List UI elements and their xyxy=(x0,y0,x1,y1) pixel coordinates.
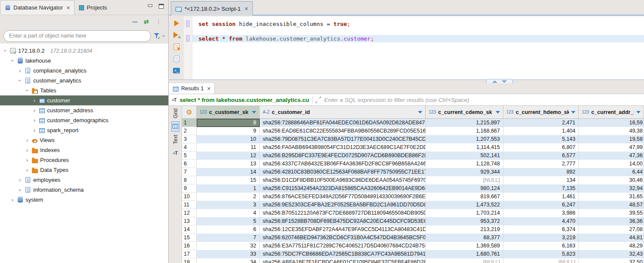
row-number[interactable]: 3 xyxy=(182,135,197,143)
cell-c-customer-sk[interactable]: 14 xyxy=(197,168,260,176)
cell-c-customer-id[interactable]: sha256:E3A77511F81C7289C76C4065217D5D406… xyxy=(260,242,426,250)
chevron-icon[interactable] xyxy=(25,88,30,93)
cell-c-customer-sk[interactable]: 15 xyxy=(197,176,260,184)
table-row[interactable]: 16 32 sha256:E3A77511F81C7289C76C4065217… xyxy=(182,242,644,250)
column-menu-icon[interactable] xyxy=(636,111,641,114)
table-row[interactable]: 3 10 sha256:79D08751C3EA7C83BA57D177E004… xyxy=(182,135,644,143)
table-row[interactable]: 13 5 sha256:8F1528BB708DF69EB475DC92A8C2… xyxy=(182,217,644,225)
tree-item[interactable]: lakehouse xyxy=(0,56,168,66)
cell-c-current-addr-sk[interactable]: 44,81 xyxy=(579,234,644,242)
text-presentation-button[interactable] xyxy=(172,147,179,158)
tree-item[interactable]: system xyxy=(0,195,168,205)
cell-c-current-cdemo-sk[interactable]: 1,128,748 xyxy=(426,160,503,168)
search-input[interactable] xyxy=(3,30,151,42)
cell-c-current-addr-sk[interactable]: 14,00 xyxy=(579,160,644,168)
tree-item[interactable]: customer xyxy=(0,95,168,105)
table-row[interactable]: 18 34 sha256:ABFA16E7F1FCBDCA6F01CF1095D… xyxy=(182,258,644,263)
column-menu-icon[interactable] xyxy=(496,111,500,114)
cell-c-current-cdemo-sk[interactable]: 213,219 xyxy=(426,225,503,234)
cell-c-current-addr-sk[interactable]: 48,57 xyxy=(579,201,644,209)
cell-c-current-cdemo-sk[interactable]: [NULL] xyxy=(426,258,503,263)
row-number[interactable]: 16 xyxy=(182,242,197,250)
code-line-2[interactable] xyxy=(192,28,644,35)
cell-c-current-cdemo-sk[interactable]: 929,344 xyxy=(426,168,503,176)
row-number[interactable]: 12 xyxy=(182,209,197,217)
cell-c-customer-sk[interactable]: 5 xyxy=(197,217,260,225)
cell-c-customer-sk[interactable]: 33 xyxy=(197,250,260,258)
chevron-icon[interactable] xyxy=(25,167,30,173)
cell-c-current-addr-sk[interactable]: 47,36 xyxy=(579,152,644,160)
cell-c-current-addr-sk[interactable]: 31,65 xyxy=(579,193,644,201)
column-header-c-current-addr-sk[interactable]: 123 c_current_addr_sk xyxy=(579,106,644,118)
chevron-icon[interactable] xyxy=(10,197,15,203)
row-number[interactable]: 8 xyxy=(182,176,197,184)
minimize-icon[interactable] xyxy=(148,4,153,9)
cell-c-current-addr-sk[interactable]: 16,59 xyxy=(579,119,644,127)
table-row[interactable]: 9 1 sha256:C9115342454A2323DA815865CAA32… xyxy=(182,184,644,193)
column-header-c-customer-sk[interactable]: 123 c_customer_sk xyxy=(197,106,260,118)
collapse-all-icon[interactable] xyxy=(132,19,137,25)
table-row[interactable]: 4 11 sha256:FA0ABB6943B98054FC31D12D3E3A… xyxy=(182,143,644,152)
cell-c-current-cdemo-sk[interactable]: 1,168,667 xyxy=(426,127,503,135)
row-number[interactable]: 11 xyxy=(182,201,197,209)
cell-c-customer-sk[interactable]: 2 xyxy=(197,193,260,201)
table-row[interactable]: 11 3 sha256:9E52303CE4FBA2E2F0525E8A5BFB… xyxy=(182,201,644,209)
column-menu-icon[interactable] xyxy=(252,111,256,114)
cell-c-customer-id[interactable]: sha256:42810C83B0360CE125634F068BAF8FF75… xyxy=(260,168,426,176)
tree-item[interactable]: spark_report xyxy=(0,125,168,135)
view-menu-icon[interactable] xyxy=(156,19,161,25)
cell-c-current-hdemo-sk[interactable]: 3,219 xyxy=(503,234,579,242)
chevron-icon[interactable] xyxy=(32,127,37,133)
cell-c-current-cdemo-sk[interactable]: 1,114,415 xyxy=(426,143,503,152)
chevron-down-icon[interactable] xyxy=(163,33,165,39)
grid-presentation-label[interactable]: Grid xyxy=(173,108,179,118)
filter-icon[interactable] xyxy=(154,33,160,39)
cell-c-current-cdemo-sk[interactable]: 502,141 xyxy=(426,152,503,160)
cell-c-customer-id[interactable]: sha256:D1CDF8DBB10F500EA9693C86DE6DEAA05… xyxy=(260,176,426,184)
cell-c-current-cdemo-sk[interactable]: 1,703,214 xyxy=(426,209,503,217)
tree-item[interactable]: Views xyxy=(0,135,168,145)
chevron-icon[interactable] xyxy=(17,68,22,73)
row-number[interactable]: 1 xyxy=(182,119,197,127)
cell-c-current-hdemo-sk[interactable]: 4,470 xyxy=(503,217,579,225)
tree-item[interactable]: Indexes xyxy=(0,145,168,155)
cell-c-customer-id[interactable]: sha256:4337C7AB6432E3B06FF4A3636FD2F8CC8… xyxy=(260,160,426,168)
close-icon[interactable] xyxy=(207,85,210,92)
cell-c-current-cdemo-sk[interactable]: [NULL] xyxy=(426,176,503,184)
cell-c-customer-id[interactable]: sha256:876ACE5EFED349A2D56F77D5084891433… xyxy=(260,193,426,201)
grid-presentation-button[interactable] xyxy=(171,121,179,132)
table-row[interactable]: 17 33 sha256:75DC7FCB6686EDA72565C1B838C… xyxy=(182,250,644,258)
tree-item[interactable]: customer_address xyxy=(0,105,168,115)
cell-c-current-hdemo-sk[interactable]: [NULL] xyxy=(503,258,579,263)
tree-item[interactable]: customer_demographics xyxy=(0,115,168,125)
execute-statement-icon[interactable] xyxy=(174,20,179,26)
sql-console-icon[interactable] xyxy=(173,68,180,73)
cell-c-customer-sk[interactable]: 4 xyxy=(197,209,260,217)
close-icon[interactable] xyxy=(66,4,70,11)
cell-c-current-hdemo-sk[interactable]: 6,163 xyxy=(503,242,579,250)
cell-c-current-cdemo-sk[interactable]: 819,667 xyxy=(426,193,503,201)
cell-c-current-hdemo-sk[interactable]: 6,577 xyxy=(503,152,579,160)
results-filter-bar[interactable]: select * from lakehouse.customer_analyti… xyxy=(169,94,644,106)
cell-c-current-hdemo-sk[interactable]: 6,247 xyxy=(503,201,579,209)
tree-item[interactable]: 172.18.0.2 172.18.0.2:31604 xyxy=(0,46,168,56)
tab-database-navigator[interactable]: Database Navigator xyxy=(0,0,75,15)
select-all-corner[interactable] xyxy=(182,106,197,118)
chevron-icon[interactable] xyxy=(10,58,15,63)
cell-c-current-addr-sk[interactable]: 30,46 xyxy=(579,176,644,184)
table-row[interactable]: 12 4 sha256:B705122120A673FC7DE6889727DB… xyxy=(182,209,644,217)
cell-c-customer-sk[interactable]: 9 xyxy=(197,127,260,135)
cell-c-customer-id[interactable]: sha256:79D08751C3EA7C83BA57D177E00413D0C… xyxy=(260,135,426,143)
cell-c-customer-sk[interactable]: 1 xyxy=(197,184,260,193)
table-row[interactable]: 5 12 sha256:B295D8FC337E9E4FECD0725D907A… xyxy=(182,152,644,160)
cell-c-customer-sk[interactable]: 11 xyxy=(197,143,260,152)
row-number[interactable]: 7 xyxy=(182,168,197,176)
cell-c-customer-id[interactable]: sha256:FA0ABB6943B98054FC31D12D3E3AEC689… xyxy=(260,143,426,152)
expand-panel-icon[interactable] xyxy=(316,97,321,103)
table-row[interactable]: 10 2 sha256:876ACE5EFED349A2D56F77D50848… xyxy=(182,193,644,201)
cell-c-current-addr-sk[interactable]: 6,44 xyxy=(579,168,644,176)
cell-c-current-hdemo-sk[interactable]: 134 xyxy=(503,176,579,184)
cell-c-customer-id[interactable]: sha256:72888646ABF61FA044EDEC061D6DA5A09… xyxy=(260,119,426,127)
table-row[interactable]: 14 6 sha256:12CE35EFDABF272A4A47E9FA9CC5… xyxy=(182,225,644,234)
link-with-editor-icon[interactable] xyxy=(144,19,149,25)
